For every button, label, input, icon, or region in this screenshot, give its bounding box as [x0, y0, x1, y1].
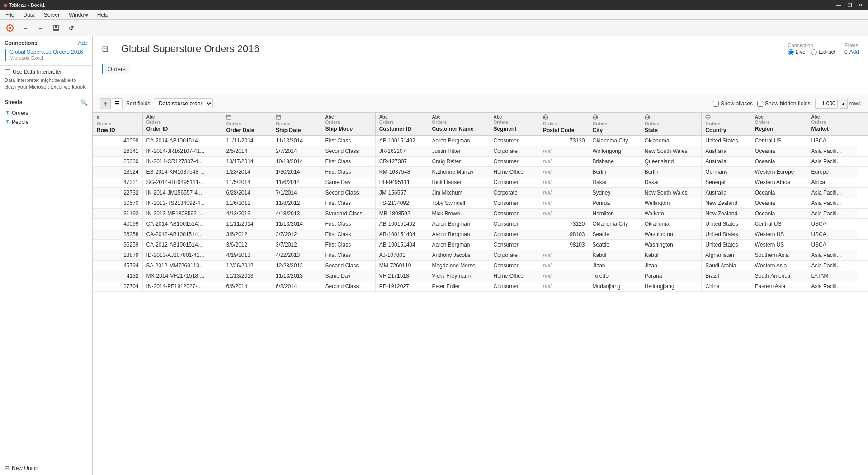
sort-fields-select[interactable]: Data source order Alphabetical: [154, 98, 213, 109]
table-row[interactable]: 31192IN-2013-MB1808592-...4/13/20134/18/…: [93, 209, 868, 219]
column-header-postal-code[interactable]: OrdersPostal Code: [539, 113, 589, 136]
column-header-ship-date[interactable]: OrdersShip Date: [272, 113, 321, 136]
forward-button[interactable]: →: [34, 22, 47, 34]
table-cell-1-10: New South Wales: [641, 146, 702, 157]
column-header-state[interactable]: OrdersState: [641, 113, 702, 136]
table-cell-0-9: Oklahoma City: [589, 136, 641, 146]
menu-window[interactable]: Window: [67, 11, 90, 19]
datasource-icon: ⊟: [102, 44, 108, 54]
col-name-11: Country: [705, 127, 747, 133]
table-row[interactable]: 36259CA-2012-AB1001514...3/6/20123/7/201…: [93, 240, 868, 250]
table-icon-people: ⊞: [5, 119, 9, 125]
column-header-customer-name[interactable]: AbcOrdersCustomer Name: [428, 113, 490, 136]
live-radio[interactable]: [788, 49, 794, 55]
svg-point-1: [9, 27, 11, 29]
col-name-6: Customer Name: [432, 126, 486, 132]
table-cell-5-11: Australia: [702, 188, 751, 198]
show-hidden-checkbox-label[interactable]: Show hidden fields: [757, 100, 811, 107]
refresh-button[interactable]: ↺: [65, 22, 78, 34]
interpreter-label[interactable]: Use Data Interpreter: [13, 69, 62, 75]
table-cell-8-12: Central US: [751, 219, 807, 229]
extract-radio[interactable]: [811, 49, 817, 55]
list-view-button[interactable]: ☰: [112, 98, 123, 109]
table-cell-0-11: United States: [702, 136, 751, 146]
tableau-home-button[interactable]: [4, 22, 16, 34]
maximize-button[interactable]: ❐: [846, 2, 854, 8]
table-row[interactable]: 47221SG-2014-RH9495111-...11/5/201411/6/…: [93, 177, 868, 188]
menu-data[interactable]: Data: [21, 11, 36, 19]
table-row[interactable]: 36258CA-2012-AB1001514...3/6/20123/7/201…: [93, 229, 868, 240]
add-filter-link[interactable]: Add: [849, 49, 859, 55]
show-aliases-checkbox[interactable]: [713, 101, 719, 107]
table-cell-10-7: Consumer: [490, 240, 539, 250]
column-header-order-id[interactable]: AbcOrdersOrder ID: [142, 113, 222, 136]
table-cell-12-9: Jizan: [589, 261, 641, 271]
sidebar-item-people[interactable]: ⊞ People: [5, 118, 88, 127]
table-cell-10-1: CA-2012-AB1001514...: [142, 240, 222, 250]
interpreter-section: Use Data Interpreter Data Interpreter mi…: [0, 66, 92, 95]
column-header-country[interactable]: OrdersCountry: [702, 113, 751, 136]
back-button[interactable]: ←: [19, 22, 32, 34]
table-row[interactable]: 26341IN-2014-JR162107-41...2/5/20142/7/2…: [93, 146, 868, 157]
extract-radio-item[interactable]: Extract: [811, 49, 835, 55]
table-cell-1-2: 2/5/2014: [222, 146, 272, 157]
table-row[interactable]: 30570IN-2012-TS2134092-4...11/6/201211/8…: [93, 198, 868, 209]
table-cell-3-6: Katherine Murray: [428, 167, 490, 177]
save-button[interactable]: [50, 22, 62, 34]
search-icon[interactable]: 🔍: [80, 99, 88, 106]
column-header-region[interactable]: AbcOrdersRegion: [751, 113, 807, 136]
table-cell-11-0: 28879: [93, 250, 143, 261]
rows-input[interactable]: [815, 99, 838, 109]
interpreter-checkbox[interactable]: [5, 69, 10, 75]
table-cell-13-9: Toledo: [589, 271, 641, 281]
column-header-ship-mode[interactable]: AbcOrdersShip Mode: [321, 113, 375, 136]
data-table-wrapper[interactable]: #OrdersRow IDAbcOrdersOrder IDOrdersOrde…: [93, 112, 868, 475]
table-row[interactable]: 22732IN-2014-JM156557-4...6/28/20147/1/2…: [93, 188, 868, 198]
column-header-segment[interactable]: AbcOrdersSegment: [490, 113, 539, 136]
content-area: ⊟ - Global Superstore Orders 2016 Connec…: [93, 36, 868, 475]
column-header-row-id[interactable]: #OrdersRow ID: [93, 113, 143, 136]
close-button[interactable]: ✕: [857, 2, 864, 8]
column-header-market[interactable]: AbcOrdersMarket: [807, 113, 857, 136]
show-hidden-checkbox[interactable]: [757, 101, 763, 107]
table-cell-12-2: 12/26/2012: [222, 261, 272, 271]
table-cell-7-7: Consumer: [490, 209, 539, 219]
live-radio-item[interactable]: Live: [788, 49, 806, 55]
minimize-button[interactable]: —: [835, 2, 843, 8]
table-row[interactable]: 4132MX-2014-VF2171518-...11/13/201311/13…: [93, 271, 868, 281]
table-cell-7-8: null: [539, 209, 589, 219]
add-connection-link[interactable]: Add: [78, 40, 88, 46]
table-row[interactable]: 45794SA-2012-MM7260110...12/26/201212/28…: [93, 261, 868, 271]
table-cell-3-12: Western Europe: [751, 167, 807, 177]
sidebar-item-orders[interactable]: ⊞ Orders: [5, 109, 88, 118]
column-header-order-date[interactable]: OrdersOrder Date: [222, 113, 272, 136]
menu-server[interactable]: Server: [42, 11, 61, 19]
col-name-12: Region: [755, 126, 804, 132]
rows-spinner-up[interactable]: ▲: [840, 99, 848, 109]
table-row[interactable]: 27704IN-2014-PF1912027-...6/6/20146/8/20…: [93, 281, 868, 292]
table-row[interactable]: 13524ES-2014-KM1637548-...1/28/20141/30/…: [93, 167, 868, 177]
table-row[interactable]: 28879ID-2013-AJ107801-41...4/19/20134/22…: [93, 250, 868, 261]
menu-file[interactable]: File: [4, 11, 16, 19]
table-cell-7-12: Oceania: [751, 209, 807, 219]
grid-view-button[interactable]: ⊞: [100, 98, 111, 109]
table-cell-11-12: Southern Asia: [751, 250, 807, 261]
canvas-area[interactable]: Orders: [93, 59, 868, 95]
table-cell-12-10: Jizan: [641, 261, 702, 271]
table-cell-5-0: 22732: [93, 188, 143, 198]
table-cell-10-13: USCA: [807, 240, 857, 250]
column-header-city[interactable]: OrdersCity: [589, 113, 641, 136]
table-cell-4-13: Africa: [807, 177, 857, 188]
table-cell-9-2: 3/6/2012: [222, 229, 272, 240]
table-cell-4-5: RH-9495111: [375, 177, 428, 188]
table-row[interactable]: 25330IN-2014-CR127307-4...10/17/201410/1…: [93, 157, 868, 167]
table-row[interactable]: 40099CA-2014-AB1001514...11/11/201411/13…: [93, 219, 868, 229]
show-aliases-checkbox-label[interactable]: Show aliases: [713, 100, 753, 107]
connection-entry[interactable]: Global Supers...e Orders 2016 Microsoft …: [5, 49, 88, 61]
new-union-section[interactable]: ⊞ New Union: [0, 461, 92, 475]
column-header-customer-id[interactable]: AbcOrdersCustomer ID: [375, 113, 428, 136]
table-cell-1-5: JR-162107: [375, 146, 428, 157]
menu-help[interactable]: Help: [95, 11, 110, 19]
table-row[interactable]: 40098CA-2014-AB1001514...11/11/201411/13…: [93, 136, 868, 146]
table-cell-13-0: 4132: [93, 271, 143, 281]
